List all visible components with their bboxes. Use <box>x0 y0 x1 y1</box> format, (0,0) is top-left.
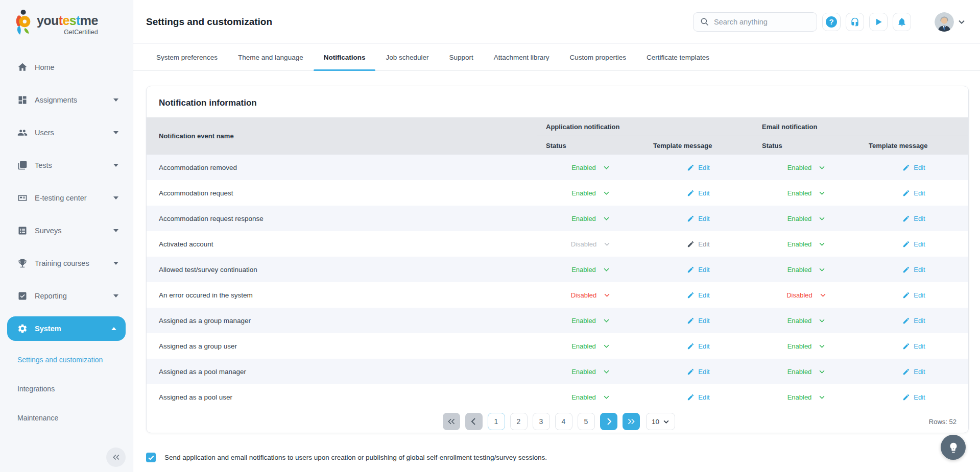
sidebar-item-training-courses[interactable]: Training courses <box>0 247 133 280</box>
page-1-button[interactable]: 1 <box>488 413 505 430</box>
user-menu[interactable] <box>935 12 965 32</box>
brand-subtitle: GetCertified <box>37 29 98 36</box>
email-status-dropdown[interactable]: Enabled <box>753 240 859 248</box>
sidebar-item-reporting[interactable]: Reporting <box>0 280 133 312</box>
app-status-dropdown[interactable]: Enabled <box>537 189 644 197</box>
youtestme-logo[interactable]: youtestme GetCertified <box>0 0 133 51</box>
tab-notifications[interactable]: Notifications <box>314 44 376 70</box>
app-template-edit-link[interactable]: Edit <box>644 266 753 274</box>
email-template-edit-link[interactable]: Edit <box>859 266 968 274</box>
sidebar-subitem-settings-and-customization[interactable]: Settings and customization <box>0 345 133 374</box>
email-template-edit-link[interactable]: Edit <box>859 317 968 325</box>
app-template-edit-link[interactable]: Edit <box>644 368 753 376</box>
chevron-down-icon <box>604 395 609 399</box>
tab-attachment-library[interactable]: Attachment library <box>484 44 560 70</box>
tab-certificate-templates[interactable]: Certificate templates <box>636 44 720 70</box>
app-status-dropdown[interactable]: Disabled <box>537 291 644 299</box>
email-template-edit-link[interactable]: Edit <box>859 291 968 299</box>
app-status-dropdown[interactable]: Enabled <box>537 368 644 376</box>
page-5-button[interactable]: 5 <box>578 413 595 430</box>
sidebar-subitem-maintenance[interactable]: Maintenance <box>0 403 133 432</box>
email-status-dropdown[interactable]: Enabled <box>753 266 859 274</box>
sidebar-subitem-integrations[interactable]: Integrations <box>0 374 133 403</box>
sidebar-collapse-button[interactable] <box>106 448 126 467</box>
page-2-button[interactable]: 2 <box>510 413 528 430</box>
app-template-edit-link[interactable]: Edit <box>644 240 753 248</box>
app-status-dropdown[interactable]: Enabled <box>537 342 644 350</box>
pencil-icon <box>902 266 910 274</box>
sidebar-item-users[interactable]: Users <box>0 116 133 149</box>
sidebar-item-label: System <box>35 325 61 333</box>
tab-theme-and-language[interactable]: Theme and language <box>228 44 314 70</box>
tab-system-preferences[interactable]: System preferences <box>146 44 228 70</box>
table-row: Activated account Disabled Edit Enabled … <box>147 231 968 257</box>
app-template-edit-link[interactable]: Edit <box>644 342 753 350</box>
email-template-edit-link[interactable]: Edit <box>859 215 968 222</box>
pencil-icon <box>902 164 910 171</box>
email-template-edit-link[interactable]: Edit <box>859 164 968 171</box>
sidebar-item-assignments[interactable]: Assignments <box>0 84 133 116</box>
app-template-edit-link[interactable]: Edit <box>644 164 753 171</box>
tutorials-button[interactable] <box>869 13 888 31</box>
sidebar-item-tests[interactable]: Tests <box>0 149 133 182</box>
email-template-edit-link[interactable]: Edit <box>859 393 968 401</box>
tab-job-scheduler[interactable]: Job scheduler <box>375 44 439 70</box>
email-status-dropdown[interactable]: Enabled <box>753 164 859 171</box>
help-button[interactable] <box>822 13 841 31</box>
page-size-select[interactable]: 10 <box>646 413 675 430</box>
email-template-edit-link[interactable]: Edit <box>859 240 968 248</box>
email-status-dropdown[interactable]: Disabled <box>753 291 859 299</box>
app-status-dropdown[interactable]: Enabled <box>537 266 644 274</box>
notification-event-name: Assigned as a group user <box>147 342 537 350</box>
page-4-button[interactable]: 4 <box>555 413 572 430</box>
table-row: Accommodation request Enabled Edit Enabl… <box>147 180 968 206</box>
notification-event-name: Accommodation request <box>147 189 537 197</box>
send-notifications-checkbox[interactable] <box>146 453 156 462</box>
sidebar-item-home[interactable]: Home <box>0 51 133 84</box>
tab-support[interactable]: Support <box>439 44 484 70</box>
email-status-dropdown[interactable]: Enabled <box>753 342 859 350</box>
last-page-button[interactable] <box>623 413 640 430</box>
suggestions-fab-button[interactable] <box>941 435 966 460</box>
search-input[interactable] <box>714 18 810 26</box>
app-status-dropdown[interactable]: Enabled <box>537 317 644 325</box>
app-template-edit-link[interactable]: Edit <box>644 291 753 299</box>
email-template-edit-link[interactable]: Edit <box>859 368 968 376</box>
support-button[interactable] <box>846 13 864 31</box>
app-template-edit-link[interactable]: Edit <box>644 393 753 401</box>
double-chevron-left-icon <box>112 454 120 460</box>
app-template-edit-link[interactable]: Edit <box>644 317 753 325</box>
app-status-dropdown[interactable]: Disabled <box>537 240 644 248</box>
page-3-button[interactable]: 3 <box>533 413 550 430</box>
column-header-email-template-message: Template message <box>859 136 968 155</box>
table-row: Assigned as a pool manager Enabled Edit … <box>147 359 968 384</box>
app-template-edit-link[interactable]: Edit <box>644 189 753 197</box>
double-chevron-right-icon <box>627 417 635 426</box>
app-template-edit-link[interactable]: Edit <box>644 215 753 222</box>
app-status-dropdown[interactable]: Enabled <box>537 164 644 171</box>
next-page-button[interactable] <box>600 413 617 430</box>
chevron-down-icon <box>819 217 825 220</box>
notifications-button[interactable] <box>893 13 911 31</box>
email-template-edit-link[interactable]: Edit <box>859 342 968 350</box>
sidebar-item-label: Surveys <box>35 227 61 235</box>
app-status-dropdown[interactable]: Enabled <box>537 215 644 222</box>
email-status-dropdown[interactable]: Enabled <box>753 393 859 401</box>
app-status-value: Enabled <box>571 215 596 222</box>
email-status-dropdown[interactable]: Enabled <box>753 189 859 197</box>
table-row: Assigned as a group user Enabled Edit En… <box>147 333 968 359</box>
pencil-icon <box>687 368 695 376</box>
sidebar-item-system[interactable]: System <box>7 316 126 341</box>
previous-page-button[interactable] <box>465 413 483 430</box>
email-template-edit-link[interactable]: Edit <box>859 189 968 197</box>
main-area: Settings and customization <box>133 0 980 472</box>
sidebar-item-surveys[interactable]: Surveys <box>0 214 133 247</box>
email-status-dropdown[interactable]: Enabled <box>753 368 859 376</box>
chevron-down-icon <box>604 191 609 195</box>
app-status-dropdown[interactable]: Enabled <box>537 393 644 401</box>
email-status-dropdown[interactable]: Enabled <box>753 317 859 325</box>
sidebar-item-e-testing-center[interactable]: E-testing center <box>0 182 133 214</box>
tab-custom-properties[interactable]: Custom properties <box>560 44 636 70</box>
email-status-dropdown[interactable]: Enabled <box>753 215 859 222</box>
first-page-button[interactable] <box>443 413 460 430</box>
